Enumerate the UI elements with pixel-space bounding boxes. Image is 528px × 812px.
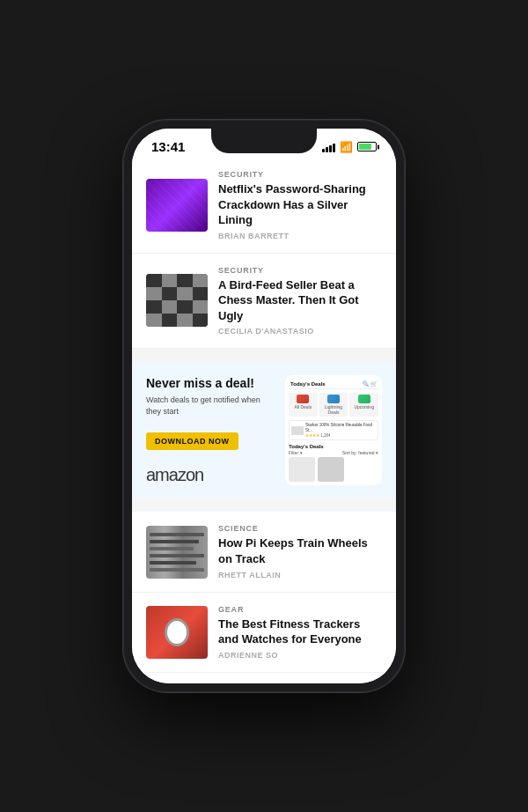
ad-product-thumbnails — [289, 457, 378, 482]
ad-rating-count: 1,264 — [320, 433, 330, 438]
article-author: BRIAN BARRETT — [218, 232, 382, 240]
article-author: CECILIA D'ANASTASIO — [218, 327, 382, 336]
article-category: SCIENCE — [218, 524, 382, 533]
content-scroll[interactable]: SECURITY Netflix's Password-Sharing Crac… — [132, 158, 396, 683]
ad-todays-deals: Today's Deals — [289, 444, 378, 449]
ad-deal-tab: Lightning Deals — [319, 393, 348, 417]
phone-screen: 13:41 📶 — [132, 129, 396, 683]
ad-phone-mock: Today's Deals 🔍 🛒 All Deals Lightning De… — [285, 375, 382, 485]
ad-subtext: Watch deals to get notified when they st… — [146, 395, 276, 417]
ad-tagline: Never miss a deal! — [146, 375, 276, 391]
article-category: GEAR — [218, 605, 382, 614]
section-divider — [132, 349, 396, 356]
phone-frame: 13:41 📶 — [123, 120, 405, 692]
article-card[interactable]: SCIENCE How Pi Keeps Train Wheels on Tra… — [132, 512, 396, 592]
status-icons: 📶 — [322, 141, 377, 153]
wifi-icon: 📶 — [340, 141, 353, 153]
ad-filter: Filter ▾ — [289, 450, 303, 455]
ad-banner[interactable]: Never miss a deal! Watch deals to get no… — [132, 363, 396, 498]
article-info: SECURITY Netflix's Password-Sharing Crac… — [218, 170, 382, 240]
ad-cta-button[interactable]: DOWNLOAD NOW — [146, 432, 238, 450]
article-author: ADRIENNE SO — [218, 651, 382, 660]
article-thumbnail — [146, 179, 208, 232]
article-category: SECURITY — [218, 170, 382, 179]
article-info: SCIENCE How Pi Keeps Train Wheels on Tra… — [218, 524, 382, 579]
article-title: Netflix's Password-Sharing Crackdown Has… — [218, 181, 382, 228]
article-info: SECURITY A Bird-Feed Seller Beat a Chess… — [218, 266, 382, 336]
article-card[interactable]: GEAR My Treadmill Desk Made Working From… — [132, 673, 396, 683]
article-info: GEAR The Best Fitness Trackers and Watch… — [218, 605, 382, 660]
ad-deals-grid: All Deals Lightning Deals Upcoming — [289, 393, 378, 417]
article-title: The Best Fitness Trackers and Watches fo… — [218, 616, 382, 647]
signal-icon — [322, 142, 335, 152]
ad-product-item: Starker 100% Silicone Reusable Food St..… — [289, 420, 378, 440]
amazon-logo: amazon — [146, 465, 276, 485]
article-title: A Bird-Feed Seller Beat a Chess Master. … — [218, 277, 382, 324]
article-thumbnail — [146, 606, 208, 659]
article-thumbnail — [146, 526, 208, 579]
ad-sort: Sort by: featured ▾ — [342, 450, 378, 455]
notch — [211, 129, 317, 153]
ad-phone-title: Today's Deals — [290, 381, 326, 387]
status-time: 13:41 — [151, 139, 185, 154]
article-category: SECURITY — [218, 266, 382, 275]
article-card[interactable]: GEAR The Best Fitness Trackers and Watch… — [132, 593, 396, 673]
ad-deal-tab: Upcoming — [349, 393, 378, 417]
ad-rating-stars: ★★★★ — [305, 432, 319, 438]
article-thumbnail — [146, 274, 208, 327]
article-card[interactable]: SECURITY Netflix's Password-Sharing Crac… — [132, 158, 396, 254]
ad-product-name: Starker 100% Silicone Reusable Food St..… — [305, 423, 376, 432]
section-divider — [132, 505, 396, 512]
ad-deal-tab: All Deals — [289, 393, 318, 417]
article-author: RHETT ALLAIN — [218, 571, 382, 579]
article-card[interactable]: SECURITY A Bird-Feed Seller Beat a Chess… — [132, 254, 396, 350]
article-title: How Pi Keeps Train Wheels on Track — [218, 535, 382, 566]
ad-left: Never miss a deal! Watch deals to get no… — [146, 375, 276, 485]
battery-icon — [357, 142, 377, 151]
